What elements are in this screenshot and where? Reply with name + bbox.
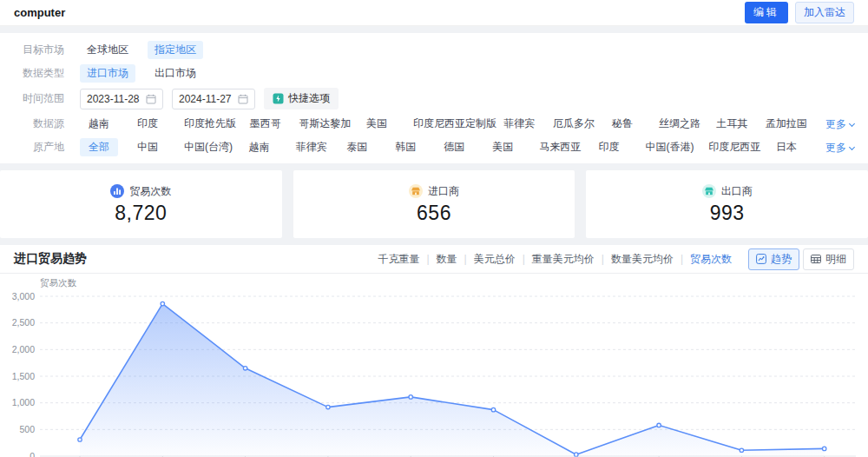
metric-option[interactable]: 数量 bbox=[437, 252, 457, 267]
start-date-input[interactable] bbox=[87, 93, 146, 105]
svg-text:1,500: 1,500 bbox=[12, 371, 35, 381]
filter-option[interactable]: 美国 bbox=[358, 115, 396, 133]
filter-option[interactable]: 越南 bbox=[240, 138, 279, 156]
exporter-store-icon bbox=[702, 184, 716, 198]
separator: | bbox=[464, 253, 467, 265]
separator: | bbox=[681, 253, 683, 265]
svg-text:2,500: 2,500 bbox=[12, 317, 35, 328]
svg-text:3,000: 3,000 bbox=[12, 291, 35, 301]
filter-row-data-source: 数据源 越南印度印度抢先版墨西哥哥斯达黎加美国印度尼西亚定制版菲律宾厄瓜多尔秘鲁… bbox=[14, 115, 854, 133]
filter-option[interactable]: 土耳其 bbox=[709, 115, 748, 133]
svg-text:1,000: 1,000 bbox=[12, 397, 35, 407]
data-source-more-link[interactable]: 更多 bbox=[825, 117, 854, 132]
filter-option[interactable]: 中国(香港) bbox=[639, 138, 692, 156]
origin-more-link[interactable]: 更多 bbox=[825, 141, 854, 156]
stat-label: 出口商 bbox=[721, 184, 753, 199]
trend-chart: 05001,0001,5002,0002,5003,000贸易次数2023-11… bbox=[0, 274, 868, 457]
filter-option[interactable]: 菲律宾 bbox=[289, 138, 328, 156]
trend-view-label: 趋势 bbox=[771, 252, 792, 267]
filter-option[interactable]: 德国 bbox=[435, 138, 473, 156]
separator: | bbox=[426, 253, 429, 265]
end-date-input[interactable] bbox=[179, 93, 238, 105]
filter-option[interactable]: 厄瓜多尔 bbox=[546, 115, 593, 133]
filter-option[interactable]: 印度 bbox=[590, 138, 628, 156]
top-actions: 编辑 加入雷达 bbox=[745, 2, 854, 23]
stat-card-head: 进口商 bbox=[409, 184, 459, 199]
quick-options-label: 快捷选项 bbox=[288, 91, 330, 106]
stat-card: 贸易次数 8,720 bbox=[0, 170, 282, 238]
filter-option[interactable]: 全球地区 bbox=[80, 41, 135, 59]
filter-option[interactable]: 印度尼西亚定制版 bbox=[406, 115, 486, 133]
filter-option[interactable]: 越南 bbox=[80, 115, 118, 133]
data-type-options: 进口市场出口市场 bbox=[80, 64, 854, 83]
filter-option[interactable]: 秘鲁 bbox=[603, 115, 641, 133]
chevron-down-icon bbox=[849, 144, 855, 150]
stat-value: 656 bbox=[417, 202, 451, 225]
stat-label: 进口商 bbox=[428, 184, 459, 199]
quick-options-button[interactable]: 快捷选项 bbox=[264, 88, 339, 109]
filter-option[interactable]: 全部 bbox=[80, 138, 118, 156]
metric-links: 千克重量|数量|美元总价|重量美元均价|数量美元均价|贸易次数 bbox=[372, 252, 738, 267]
filter-option[interactable]: 印度抢先版 bbox=[177, 115, 233, 133]
more-label: 更多 bbox=[825, 117, 846, 132]
more-label: 更多 bbox=[825, 141, 846, 156]
filter-option[interactable]: 菲律宾 bbox=[496, 115, 536, 133]
metric-option[interactable]: 贸易次数 bbox=[690, 252, 732, 267]
filter-label: 数据类型 bbox=[14, 66, 64, 81]
filter-label: 原产地 bbox=[14, 140, 64, 155]
filter-option[interactable]: 丝绸之路 bbox=[652, 115, 699, 133]
filter-option[interactable]: 泰国 bbox=[338, 138, 376, 156]
filter-option[interactable]: 马来西亚 bbox=[532, 138, 579, 156]
end-date-field[interactable] bbox=[172, 89, 255, 109]
trend-panel: 进口贸易趋势 千克重量|数量|美元总价|重量美元均价|数量美元均价|贸易次数 趋… bbox=[0, 245, 868, 457]
filter-option[interactable]: 美国 bbox=[483, 138, 522, 156]
bar-chart-icon bbox=[110, 184, 124, 198]
detail-view-button[interactable]: 明细 bbox=[803, 248, 854, 270]
stat-label: 贸易次数 bbox=[129, 184, 171, 199]
filter-row-data-type: 数据类型 进口市场出口市场 bbox=[14, 64, 854, 83]
quick-options-icon bbox=[273, 93, 284, 104]
trend-chart-icon bbox=[756, 254, 766, 264]
filter-option[interactable]: 印度 bbox=[128, 115, 167, 133]
detail-view-label: 明细 bbox=[825, 252, 846, 267]
separator: | bbox=[523, 253, 525, 265]
calendar-icon bbox=[146, 94, 156, 104]
trend-title: 进口贸易趋势 bbox=[14, 251, 87, 267]
svg-text:贸易次数: 贸易次数 bbox=[40, 277, 77, 288]
stat-card: 进口商 656 bbox=[293, 170, 575, 238]
trend-tools: 千克重量|数量|美元总价|重量美元均价|数量美元均价|贸易次数 趋势 bbox=[372, 248, 854, 270]
filter-label: 目标市场 bbox=[14, 43, 64, 57]
add-radar-button[interactable]: 加入雷达 bbox=[795, 2, 854, 23]
metric-option[interactable]: 美元总价 bbox=[474, 252, 516, 267]
filter-option[interactable]: 日本 bbox=[767, 138, 806, 156]
date-range-controls: 快捷选项 bbox=[80, 88, 854, 109]
top-bar: computer 编辑 加入雷达 bbox=[0, 0, 868, 26]
stat-card-head: 出口商 bbox=[702, 184, 753, 199]
metric-option[interactable]: 数量美元均价 bbox=[611, 252, 674, 267]
filter-option[interactable]: 出口市场 bbox=[148, 64, 203, 83]
filter-option[interactable]: 中国 bbox=[128, 138, 167, 156]
filter-option[interactable]: 哥斯达黎加 bbox=[292, 115, 347, 133]
filter-option[interactable]: 中国(台湾) bbox=[177, 138, 230, 156]
svg-text:0: 0 bbox=[30, 451, 35, 457]
filter-option[interactable]: 孟加拉国 bbox=[759, 115, 806, 133]
filter-option[interactable]: 进口市场 bbox=[80, 64, 135, 83]
data-source-options: 越南印度印度抢先版墨西哥哥斯达黎加美国印度尼西亚定制版菲律宾厄瓜多尔秘鲁丝绸之路… bbox=[80, 115, 854, 133]
filter-option[interactable]: 指定地区 bbox=[148, 41, 203, 59]
target-market-options: 全球地区指定地区 bbox=[80, 41, 854, 59]
start-date-field[interactable] bbox=[80, 89, 163, 109]
separator: | bbox=[602, 253, 604, 265]
filter-label: 时间范围 bbox=[14, 91, 64, 106]
filter-panel: 目标市场 全球地区指定地区 数据类型 进口市场出口市场 时间范围 bbox=[0, 33, 868, 163]
filter-option[interactable]: 墨西哥 bbox=[243, 115, 282, 133]
metric-option[interactable]: 千克重量 bbox=[378, 252, 419, 267]
filter-row-date-range: 时间范围 bbox=[14, 88, 854, 109]
metric-option[interactable]: 重量美元均价 bbox=[532, 252, 595, 267]
calendar-icon bbox=[238, 94, 248, 104]
stat-cards: 贸易次数 8,720 进口商 656 出口商 993 bbox=[0, 170, 868, 238]
edit-button[interactable]: 编辑 bbox=[745, 2, 788, 23]
importer-store-icon bbox=[409, 184, 423, 198]
filter-option[interactable]: 韩国 bbox=[386, 138, 424, 156]
filter-option[interactable]: 印度尼西亚 bbox=[701, 138, 757, 156]
trend-view-button[interactable]: 趋势 bbox=[748, 248, 799, 270]
